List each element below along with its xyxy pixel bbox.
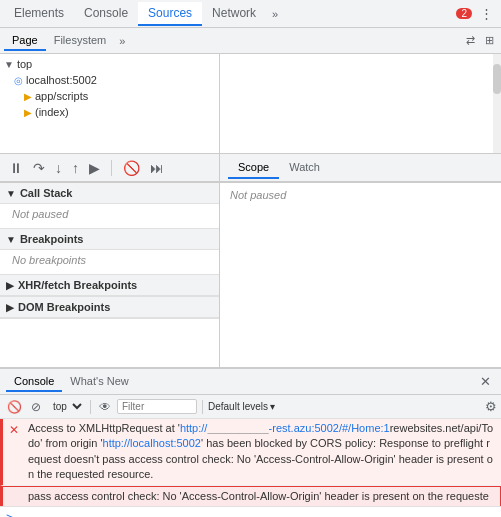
tree-item-localhost[interactable]: ◎ localhost:5002 (0, 72, 219, 88)
code-panel (220, 54, 501, 153)
more-icon[interactable]: ⋮ (476, 4, 497, 23)
gear-icon[interactable]: ⚙ (485, 399, 497, 414)
callstack-header[interactable]: ▼ Call Stack (0, 183, 219, 204)
dom-arrow: ▶ (6, 302, 14, 313)
toolbar-divider-1 (90, 400, 91, 414)
levels-chevron: ▾ (270, 401, 275, 412)
toolbar-row: ⏸ ↷ ↓ ↑ ▶ 🚫 ⏭ Scope Watch (0, 154, 501, 183)
clear-console-button[interactable]: 🚫 (4, 399, 25, 415)
scrollbar-thumb[interactable] (493, 64, 501, 94)
scope-content: Not paused (220, 183, 501, 367)
xhr-title: XHR/fetch Breakpoints (18, 279, 137, 291)
console-prompt: > (6, 510, 14, 517)
message-text-0: Access to XMLHttpRequest at 'http://____… (28, 421, 495, 483)
dom-section: ▶ DOM Breakpoints (0, 297, 219, 319)
tree-label-localhost: localhost:5002 (26, 74, 97, 86)
console-close-button[interactable]: ✕ (476, 372, 495, 391)
breakpoints-section: ▼ Breakpoints No breakpoints (0, 229, 219, 275)
deactivate-button[interactable]: 🚫 (120, 158, 143, 178)
breakpoints-header[interactable]: ▼ Breakpoints (0, 229, 219, 250)
middle-content: ▼ Call Stack Not paused ▼ Breakpoints No… (0, 183, 501, 368)
tree-label-index: (index) (35, 106, 69, 118)
subtab-more[interactable]: » (114, 32, 130, 50)
toolbar-divider (111, 160, 112, 176)
toolbar-divider-2 (202, 400, 203, 414)
file-tree: ▼ top ◎ localhost:5002 ▶ app/scripts ▶ (… (0, 54, 219, 122)
breakpoints-body: No breakpoints (0, 250, 219, 274)
console-input-row: > (0, 506, 501, 517)
subtab-page[interactable]: Page (4, 31, 46, 51)
breakpoints-arrow: ▼ (6, 234, 16, 245)
breakpoints-status: No breakpoints (12, 254, 86, 266)
tree-label-appscripts: app/scripts (35, 90, 88, 102)
continue-button[interactable]: ▶ (86, 158, 103, 178)
tab-watch[interactable]: Watch (279, 157, 330, 179)
scope-tabs: Scope Watch (220, 154, 501, 182)
message-text-1: pass access control check: No 'Access-Co… (28, 489, 494, 506)
new-tab-icon[interactable]: ⊞ (482, 32, 497, 49)
error-icon-0: ✕ (9, 422, 23, 439)
top-tab-icons: 2 ⋮ (454, 4, 497, 23)
sub-tab-icons: ⇄ ⊞ (463, 32, 497, 49)
folder-icon-index: ▶ (24, 107, 32, 118)
levels-selector[interactable]: Default levels ▾ (208, 401, 275, 412)
console-tab-whatsnew[interactable]: What's New (62, 372, 136, 392)
dom-header[interactable]: ▶ DOM Breakpoints (0, 297, 219, 318)
tab-console[interactable]: Console (74, 2, 138, 26)
dom-title: DOM Breakpoints (18, 301, 110, 313)
sync-icon[interactable]: ⇄ (463, 32, 478, 49)
pause-button[interactable]: ⏸ (6, 158, 26, 178)
console-toolbar: 🚫 ⊘ top 👁 Default levels ▾ ⚙ (0, 395, 501, 419)
top-area: ▼ top ◎ localhost:5002 ▶ app/scripts ▶ (… (0, 54, 501, 154)
step-out-button[interactable]: ↑ (69, 158, 82, 178)
top-selector[interactable]: top (47, 399, 85, 414)
console-tab-console[interactable]: Console (6, 372, 62, 392)
eye-icon[interactable]: 👁 (96, 399, 114, 415)
scrollbar-vertical[interactable] (493, 54, 501, 153)
top-tab-bar: Elements Console Sources Network » 2 ⋮ (0, 0, 501, 28)
console-input[interactable] (18, 512, 495, 518)
cloud-icon: ◎ (14, 75, 23, 86)
console-tab-bar: Console What's New ✕ (0, 369, 501, 395)
console-messages: ✕ Access to XMLHttpRequest at 'http://__… (0, 419, 501, 506)
scope-not-paused: Not paused (220, 183, 501, 207)
file-tree-panel: ▼ top ◎ localhost:5002 ▶ app/scripts ▶ (… (0, 54, 220, 153)
filter-toggle-button[interactable]: ⊘ (28, 399, 44, 415)
xhr-section: ▶ XHR/fetch Breakpoints (0, 275, 219, 297)
xhr-arrow: ▶ (6, 280, 14, 291)
step-over-button[interactable]: ↷ (30, 158, 48, 178)
async-button[interactable]: ⏭ (147, 158, 167, 178)
filter-input[interactable] (117, 399, 197, 414)
tab-scope[interactable]: Scope (228, 157, 279, 179)
callstack-title: Call Stack (20, 187, 73, 199)
step-into-button[interactable]: ↓ (52, 158, 65, 178)
more-tabs-button[interactable]: » (266, 4, 284, 24)
tab-sources[interactable]: Sources (138, 2, 202, 26)
breakpoints-title: Breakpoints (20, 233, 84, 245)
callstack-body: Not paused (0, 204, 219, 228)
collapse-icon: ▼ (4, 59, 14, 70)
callstack-section: ▼ Call Stack Not paused (0, 183, 219, 229)
console-area: Console What's New ✕ 🚫 ⊘ top 👁 Default l… (0, 368, 501, 517)
error-badge: 2 (456, 8, 472, 19)
debug-sections: ▼ Call Stack Not paused ▼ Breakpoints No… (0, 183, 220, 367)
console-message-1: pass access control check: No 'Access-Co… (0, 486, 501, 506)
console-message-0: ✕ Access to XMLHttpRequest at 'http://__… (0, 419, 501, 486)
debugger-toolbar: ⏸ ↷ ↓ ↑ ▶ 🚫 ⏭ (0, 154, 220, 182)
tree-item-top[interactable]: ▼ top (0, 56, 219, 72)
callstack-arrow: ▼ (6, 188, 16, 199)
xhr-header[interactable]: ▶ XHR/fetch Breakpoints (0, 275, 219, 296)
callstack-status: Not paused (12, 208, 68, 220)
tab-elements[interactable]: Elements (4, 2, 74, 26)
tree-label-top: top (17, 58, 32, 70)
subtab-filesystem[interactable]: Filesystem (46, 31, 115, 51)
tree-item-index[interactable]: ▶ (index) (0, 104, 219, 120)
folder-icon-appscripts: ▶ (24, 91, 32, 102)
tab-network[interactable]: Network (202, 2, 266, 26)
sub-tab-bar: Page Filesystem » ⇄ ⊞ (0, 28, 501, 54)
levels-label: Default levels (208, 401, 268, 412)
tree-item-appscripts[interactable]: ▶ app/scripts (0, 88, 219, 104)
